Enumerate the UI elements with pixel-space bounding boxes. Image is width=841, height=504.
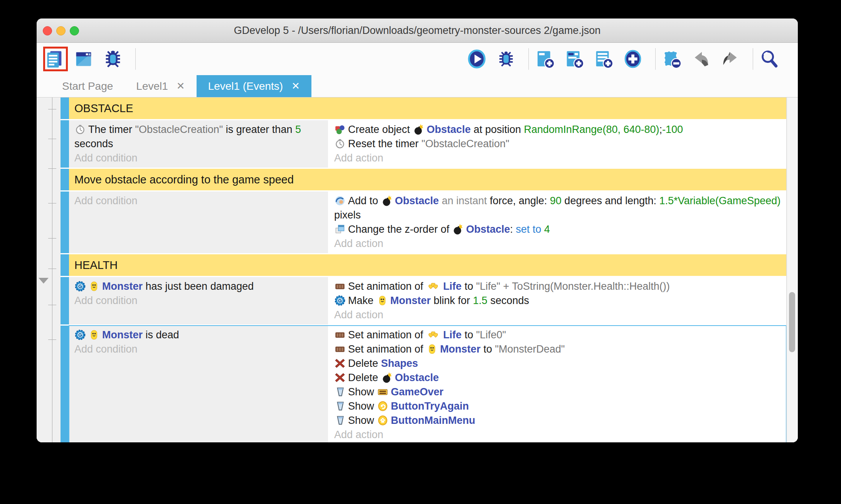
traffic-lights	[43, 26, 79, 35]
add-condition-link[interactable]: Add condition	[74, 294, 323, 308]
text-segment: Obstacle	[466, 223, 510, 235]
redo-button[interactable]	[721, 49, 742, 69]
conditions-cell[interactable]: The timer "ObstacleCreation" is greater …	[69, 120, 329, 168]
show-icon	[334, 385, 348, 399]
monster-icon	[377, 294, 390, 308]
hearts-icon	[426, 328, 443, 342]
text-segment: Life	[443, 329, 462, 341]
text-segment: set to	[516, 223, 544, 235]
tree-tick	[48, 203, 56, 203]
text-segment: is dead	[143, 329, 179, 341]
group-header-row: Move obstacle according to the game spee…	[61, 169, 786, 190]
tree-tick	[48, 168, 56, 169]
add-event-button[interactable]	[536, 49, 557, 69]
text-segment: "ObstacleCreation"	[135, 124, 223, 135]
action-line[interactable]: Add to Obstacle an instant force, angle:…	[334, 194, 781, 222]
project-manager-icon	[44, 49, 67, 69]
tab-level1-events-[interactable]: Level1 (Events)✕	[197, 75, 311, 97]
text-segment: 90	[550, 195, 562, 207]
add-action-link[interactable]: Add action	[334, 308, 781, 322]
text-segment: at position	[471, 124, 524, 135]
add-action-link[interactable]: Add action	[334, 151, 781, 165]
group-header-label[interactable]: OBSTACLE	[69, 97, 786, 119]
scrollbar-thumb[interactable]	[789, 292, 795, 352]
close-tab-icon[interactable]: ✕	[177, 80, 185, 92]
action-line[interactable]: Change the z-order of Obstacle: set to 4	[334, 222, 781, 237]
add-condition-link[interactable]: Add condition	[74, 151, 323, 165]
conditions-cell[interactable]: Add condition	[69, 192, 329, 253]
actions-cell[interactable]: Add to Obstacle an instant force, angle:…	[329, 192, 786, 253]
action-line[interactable]: Create object Obstacle at position Rando…	[334, 123, 781, 137]
scene-editor-button[interactable]	[74, 49, 95, 69]
conditions-cell[interactable]: Monster is deadAdd condition	[69, 326, 329, 442]
actions-cell[interactable]: Set animation of Life to "Life0"Set anim…	[329, 326, 786, 442]
group-header-label[interactable]: HEALTH	[69, 254, 786, 276]
action-line[interactable]: Set animation of Life to "Life" + ToStri…	[334, 279, 781, 294]
actions-cell[interactable]: Create object Obstacle at position Rando…	[329, 120, 786, 168]
add-comment-button[interactable]	[594, 49, 615, 69]
text-segment: Show	[348, 400, 377, 412]
add-subevent-button[interactable]	[565, 49, 586, 69]
condition-line[interactable]: Monster has just been damaged	[74, 279, 323, 294]
window-title: GDevelop 5 - /Users/florian/Downloads/ge…	[37, 18, 798, 42]
tab-start-page[interactable]: Start Page	[50, 75, 124, 97]
monster-icon	[426, 342, 440, 356]
action-line[interactable]: Reset the timer "ObstacleCreation"	[334, 137, 781, 151]
text-segment: "ObstacleCreation"	[422, 138, 510, 150]
action-line[interactable]: Delete Shapes	[334, 356, 781, 371]
debug-preview-button[interactable]	[497, 49, 518, 69]
toolbar-divider	[655, 48, 656, 70]
text-segment: Obstacle	[395, 195, 439, 207]
search-button[interactable]	[760, 49, 781, 69]
collapse-arrow-icon[interactable]	[39, 278, 49, 284]
add-other-event-button[interactable]	[624, 49, 644, 69]
event-row: Add conditionAdd to Obstacle an instant …	[61, 192, 786, 253]
debugger-button[interactable]	[104, 49, 124, 69]
action-line[interactable]: Set animation of Life to "Life0"	[334, 328, 781, 342]
text-segment: 1.5	[473, 295, 488, 306]
text-segment: seconds	[74, 138, 113, 150]
undo-button[interactable]	[692, 49, 713, 69]
action-line[interactable]: Set animation of Monster to "MonsterDead…	[334, 342, 781, 356]
minimize-window-button[interactable]	[56, 26, 66, 35]
text-segment: to	[481, 343, 495, 355]
zoom-window-button[interactable]	[70, 26, 79, 35]
preview-play-button[interactable]	[468, 49, 488, 69]
project-manager-button[interactable]	[45, 49, 66, 69]
add-action-link[interactable]: Add action	[334, 428, 781, 442]
condition-line[interactable]: The timer "ObstacleCreation" is greater …	[74, 123, 323, 151]
text-segment: Monster	[102, 329, 143, 341]
close-window-button[interactable]	[43, 26, 52, 35]
event-row-selected: Monster is deadAdd conditionSet animatio…	[61, 326, 786, 442]
tab-label: Start Page	[62, 80, 113, 92]
timer-icon	[74, 123, 88, 137]
group-header-label[interactable]: Move obstacle according to the game spee…	[69, 169, 786, 190]
delete-icon	[334, 371, 348, 385]
text-segment: Obstacle	[395, 372, 439, 383]
text-segment: Monster	[390, 295, 431, 306]
delete-event-button[interactable]	[663, 49, 683, 69]
text-segment: Shapes	[381, 358, 418, 369]
delete-icon	[334, 356, 348, 371]
tab-level1[interactable]: Level1✕	[124, 75, 196, 97]
condition-line[interactable]: Monster is dead	[74, 328, 323, 342]
action-line[interactable]: Make Monster blink for 1.5 seconds	[334, 294, 781, 308]
text-segment: ;	[659, 124, 662, 135]
text-segment: Create object	[348, 124, 413, 135]
action-line[interactable]: Delete Obstacle	[334, 371, 781, 385]
add-condition-link[interactable]: Add condition	[74, 194, 323, 208]
vertical-scrollbar[interactable]	[787, 97, 798, 442]
tree-tick	[48, 269, 56, 269]
add-action-link[interactable]: Add action	[334, 237, 781, 251]
action-line[interactable]: Show ButtonTryAgain	[334, 399, 781, 413]
actions-cell[interactable]: Set animation of Life to "Life" + ToStri…	[329, 277, 786, 324]
text-segment: Set animation of	[348, 281, 426, 292]
conditions-cell[interactable]: Monster has just been damagedAdd conditi…	[69, 277, 329, 324]
add-condition-link[interactable]: Add condition	[74, 342, 323, 356]
close-tab-icon[interactable]: ✕	[291, 80, 300, 92]
bomb-icon	[413, 123, 427, 137]
action-line[interactable]: Show ButtonMainMenu	[334, 413, 781, 428]
action-line[interactable]: Show GameOver	[334, 385, 781, 399]
text-segment: "Life" + ToString(Monster.Health::Health…	[476, 281, 670, 292]
tree-tick	[48, 238, 56, 239]
